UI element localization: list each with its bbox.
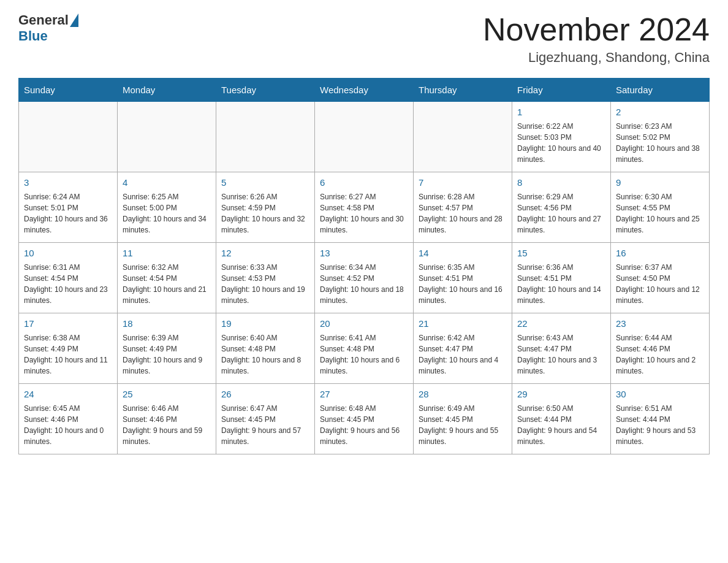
logo-triangle-icon <box>70 13 78 27</box>
day-info: Sunrise: 6:51 AM <box>616 403 704 414</box>
day-number: 22 <box>517 317 605 331</box>
day-info: Sunset: 4:49 PM <box>123 343 211 354</box>
day-info: Sunset: 5:00 PM <box>123 202 211 213</box>
calendar-cell <box>118 102 216 172</box>
day-info: Daylight: 10 hours and 4 minutes. <box>419 354 507 377</box>
page-header: General Blue November 2024 Ligezhuang, S… <box>18 12 710 66</box>
day-info: Daylight: 10 hours and 11 minutes. <box>24 354 112 377</box>
day-number: 30 <box>616 388 704 402</box>
day-info: Daylight: 10 hours and 19 minutes. <box>221 284 309 306</box>
day-info: Sunrise: 6:24 AM <box>24 191 112 202</box>
calendar-cell: 23Sunrise: 6:44 AMSunset: 4:46 PMDayligh… <box>611 313 710 384</box>
calendar-cell: 15Sunrise: 6:36 AMSunset: 4:51 PMDayligh… <box>512 243 611 313</box>
calendar-cell: 28Sunrise: 6:49 AMSunset: 4:45 PMDayligh… <box>414 384 512 454</box>
month-title: November 2024 <box>483 12 710 47</box>
calendar-cell: 4Sunrise: 6:25 AMSunset: 5:00 PMDaylight… <box>118 172 216 243</box>
day-info: Sunset: 4:46 PM <box>24 414 112 425</box>
calendar-cell <box>19 102 118 172</box>
day-info: Daylight: 10 hours and 9 minutes. <box>123 354 211 377</box>
calendar-cell: 11Sunrise: 6:32 AMSunset: 4:54 PMDayligh… <box>118 243 216 313</box>
day-info: Daylight: 10 hours and 27 minutes. <box>517 213 605 236</box>
day-info: Sunset: 4:44 PM <box>616 414 704 425</box>
day-info: Daylight: 10 hours and 25 minutes. <box>616 213 704 236</box>
day-info: Sunset: 4:49 PM <box>24 343 112 354</box>
day-info: Sunrise: 6:32 AM <box>123 262 211 273</box>
day-number: 3 <box>24 176 112 190</box>
day-number: 8 <box>517 176 605 190</box>
day-info: Sunset: 4:45 PM <box>221 414 309 425</box>
day-info: Sunset: 4:48 PM <box>221 343 309 354</box>
calendar-cell: 21Sunrise: 6:42 AMSunset: 4:47 PMDayligh… <box>414 313 512 384</box>
calendar-header-saturday: Saturday <box>611 79 710 102</box>
week-row-1: 1Sunrise: 6:22 AMSunset: 5:03 PMDaylight… <box>19 102 710 172</box>
day-number: 9 <box>616 176 704 190</box>
calendar-cell: 14Sunrise: 6:35 AMSunset: 4:51 PMDayligh… <box>414 243 512 313</box>
day-info: Sunset: 4:51 PM <box>419 273 507 284</box>
day-number: 21 <box>419 317 507 331</box>
day-info: Sunrise: 6:44 AM <box>616 332 704 343</box>
day-info: Daylight: 10 hours and 14 minutes. <box>517 284 605 306</box>
day-info: Sunset: 4:48 PM <box>320 343 408 354</box>
day-info: Sunrise: 6:39 AM <box>123 332 211 343</box>
day-info: Sunrise: 6:46 AM <box>123 403 211 414</box>
calendar-cell: 16Sunrise: 6:37 AMSunset: 4:50 PMDayligh… <box>611 243 710 313</box>
day-info: Sunset: 4:46 PM <box>616 343 704 354</box>
day-info: Sunrise: 6:30 AM <box>616 191 704 202</box>
day-info: Daylight: 9 hours and 54 minutes. <box>517 425 605 447</box>
day-number: 27 <box>320 388 408 402</box>
calendar-cell: 25Sunrise: 6:46 AMSunset: 4:46 PMDayligh… <box>118 384 216 454</box>
day-number: 4 <box>123 176 211 190</box>
day-info: Daylight: 10 hours and 0 minutes. <box>24 425 112 447</box>
day-info: Sunset: 4:58 PM <box>320 202 408 213</box>
calendar-header-thursday: Thursday <box>414 79 512 102</box>
day-info: Daylight: 10 hours and 18 minutes. <box>320 284 408 306</box>
day-info: Sunrise: 6:40 AM <box>221 332 309 343</box>
day-info: Sunset: 4:47 PM <box>419 343 507 354</box>
day-info: Sunrise: 6:50 AM <box>517 403 605 414</box>
calendar-cell: 27Sunrise: 6:48 AMSunset: 4:45 PMDayligh… <box>315 384 414 454</box>
day-number: 12 <box>221 247 309 261</box>
day-info: Sunrise: 6:31 AM <box>24 262 112 273</box>
day-info: Sunset: 4:51 PM <box>517 273 605 284</box>
week-row-5: 24Sunrise: 6:45 AMSunset: 4:46 PMDayligh… <box>19 384 710 454</box>
calendar-cell: 1Sunrise: 6:22 AMSunset: 5:03 PMDaylight… <box>512 102 611 172</box>
calendar-cell: 6Sunrise: 6:27 AMSunset: 4:58 PMDaylight… <box>315 172 414 243</box>
calendar-cell: 30Sunrise: 6:51 AMSunset: 4:44 PMDayligh… <box>611 384 710 454</box>
day-info: Sunset: 4:46 PM <box>123 414 211 425</box>
day-info: Sunset: 4:45 PM <box>419 414 507 425</box>
day-info: Daylight: 10 hours and 23 minutes. <box>24 284 112 306</box>
calendar-cell: 26Sunrise: 6:47 AMSunset: 4:45 PMDayligh… <box>216 384 315 454</box>
day-number: 14 <box>419 247 507 261</box>
day-info: Sunrise: 6:25 AM <box>123 191 211 202</box>
day-number: 1 <box>517 105 605 120</box>
day-info: Sunset: 4:55 PM <box>616 202 704 213</box>
day-number: 16 <box>616 247 704 261</box>
day-info: Sunrise: 6:26 AM <box>221 191 309 202</box>
calendar-cell: 5Sunrise: 6:26 AMSunset: 4:59 PMDaylight… <box>216 172 315 243</box>
calendar-header-sunday: Sunday <box>19 79 118 102</box>
day-info: Sunset: 5:01 PM <box>24 202 112 213</box>
day-info: Sunrise: 6:35 AM <box>419 262 507 273</box>
calendar-header-monday: Monday <box>118 79 216 102</box>
day-info: Daylight: 10 hours and 21 minutes. <box>123 284 211 306</box>
calendar-cell: 24Sunrise: 6:45 AMSunset: 4:46 PMDayligh… <box>19 384 118 454</box>
day-info: Daylight: 9 hours and 57 minutes. <box>221 425 309 447</box>
day-info: Sunset: 4:44 PM <box>517 414 605 425</box>
day-number: 18 <box>123 317 211 331</box>
day-info: Sunrise: 6:45 AM <box>24 403 112 414</box>
calendar-cell: 18Sunrise: 6:39 AMSunset: 4:49 PMDayligh… <box>118 313 216 384</box>
day-info: Sunset: 4:56 PM <box>517 202 605 213</box>
calendar-header-row: SundayMondayTuesdayWednesdayThursdayFrid… <box>19 79 710 102</box>
day-info: Sunrise: 6:29 AM <box>517 191 605 202</box>
calendar-cell: 17Sunrise: 6:38 AMSunset: 4:49 PMDayligh… <box>19 313 118 384</box>
day-number: 10 <box>24 247 112 261</box>
day-info: Sunrise: 6:42 AM <box>419 332 507 343</box>
day-info: Sunrise: 6:34 AM <box>320 262 408 273</box>
calendar-cell: 2Sunrise: 6:23 AMSunset: 5:02 PMDaylight… <box>611 102 710 172</box>
day-info: Sunrise: 6:43 AM <box>517 332 605 343</box>
day-info: Daylight: 10 hours and 38 minutes. <box>616 143 704 165</box>
day-info: Daylight: 9 hours and 59 minutes. <box>123 425 211 447</box>
day-info: Daylight: 10 hours and 40 minutes. <box>517 143 605 165</box>
day-info: Sunset: 5:02 PM <box>616 132 704 143</box>
day-info: Sunrise: 6:37 AM <box>616 262 704 273</box>
